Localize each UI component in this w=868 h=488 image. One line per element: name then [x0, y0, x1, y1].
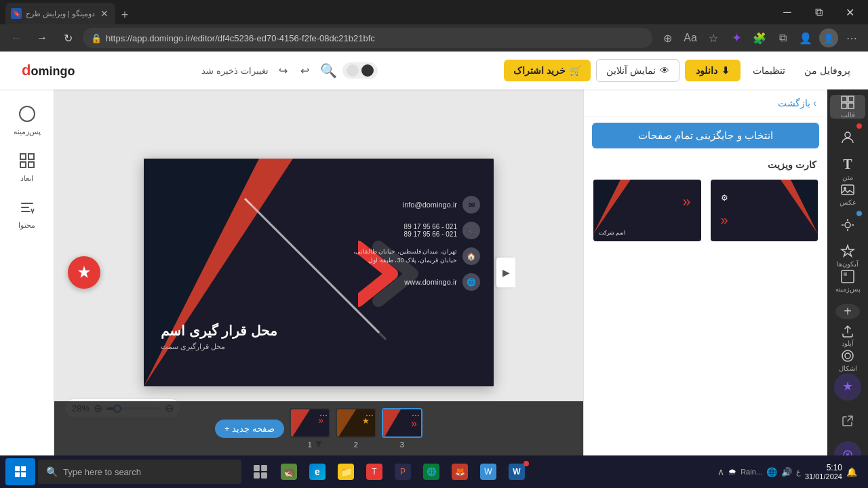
template-grid: » اسم شرکت ⚙ » — [584, 173, 827, 248]
new-tab-button[interactable]: + — [115, 5, 134, 24]
sidebar-ai-icon-1[interactable] — [834, 373, 861, 401]
tray-clock[interactable]: 5:10 31/01/2024 — [805, 463, 842, 481]
taskbar-hedgehog-app[interactable]: 🦔 — [275, 458, 302, 485]
theme-toggle[interactable] — [342, 62, 378, 79]
start-button[interactable] — [5, 458, 35, 485]
page-3-more-icon[interactable]: ⋯ — [412, 411, 420, 420]
sidebar-template-icon[interactable]: قالب — [830, 95, 865, 119]
add-page-button[interactable]: + صفحه جدید — [215, 420, 284, 438]
phone-texts: 021 - 66 95 17 89 021 - 66 95 17 89 — [404, 223, 457, 238]
url-box[interactable]: 🔒 https://app.domingo.ir/editor/df4c5236… — [83, 28, 652, 48]
taskbar-app-5[interactable]: T — [361, 458, 388, 485]
svg-rect-14 — [842, 270, 854, 283]
photo-label: عکس — [840, 199, 856, 206]
sidebar-external-icon[interactable] — [830, 403, 865, 439]
upload-label: آپلود — [842, 340, 854, 347]
taskbar-app-7[interactable]: 🌐 — [418, 458, 445, 485]
browser-extension-icon[interactable]: 🧩 — [749, 27, 770, 49]
taskbar-word-badge[interactable]: W — [503, 458, 530, 485]
browser-add-icon[interactable]: ⊕ — [656, 27, 678, 49]
svg-rect-21 — [21, 466, 26, 471]
profile-button[interactable]: پروفایل من — [797, 62, 857, 79]
sidebar-add-button[interactable]: + — [835, 304, 860, 319]
sidebar-ai-icon-2[interactable] — [834, 441, 861, 455]
domingo-logo[interactable]: domingo — [22, 62, 75, 79]
svg-point-17 — [845, 353, 850, 359]
ai-fab-button[interactable] — [68, 256, 100, 289]
tray-notification-icon[interactable]: 🔔 — [846, 467, 857, 477]
browser-copilot-icon[interactable]: ✦ — [726, 27, 747, 49]
tool-dimensions[interactable]: ابعاد — [5, 144, 49, 188]
taskbar-search-box[interactable]: 🔍 Type here to search — [38, 460, 241, 484]
tray-rain-label: Rain... — [741, 468, 762, 476]
sidebar-shapes-icon[interactable]: اشکال — [830, 348, 865, 372]
template-card-1-inner: » اسم شرکت — [593, 180, 701, 241]
svg-rect-22 — [15, 472, 20, 477]
sidebar-bg-icon[interactable]: پس‌زمینه — [830, 269, 865, 293]
svg-rect-15 — [844, 272, 847, 276]
taskbar-app-8[interactable]: 🦊 — [446, 458, 473, 485]
page-3-thumb[interactable]: » ⋯ — [382, 408, 422, 438]
settings-button[interactable]: تنظیمات — [746, 62, 792, 79]
page-2-thumb[interactable]: ★ ⋯ — [336, 408, 376, 438]
search-icon-top[interactable]: 🔍 — [320, 62, 337, 79]
browser-people-icon[interactable]: 👤 — [795, 27, 816, 49]
tc2-dark — [791, 180, 818, 234]
back-nav-button[interactable]: ← — [5, 27, 27, 49]
redo-button[interactable]: ↪ — [274, 61, 293, 80]
taskbar-explorer-app[interactable]: 📁 — [332, 458, 359, 485]
taskbar-edge-app[interactable]: e — [304, 458, 331, 485]
tray-up-arrow[interactable]: ∧ — [717, 466, 724, 477]
app6-icon: P — [395, 464, 411, 480]
undo-button[interactable]: ↩ — [296, 61, 315, 80]
app8-icon: 🦊 — [452, 464, 468, 480]
browser-read-icon[interactable]: Aa — [679, 27, 701, 49]
design-canvas: ✉ info@domingo.ir 📞 021 - 66 95 17 89 02… — [144, 159, 494, 386]
maximize-button[interactable]: ⧉ — [803, 0, 834, 24]
taskbar-app-icons: 🦔 e 📁 T P 🌐 🦊 W W — [247, 458, 530, 485]
page-2-more-icon[interactable]: ⋯ — [366, 411, 374, 420]
browser-profile-icon[interactable]: 👤 — [818, 27, 840, 49]
tray-network-icon[interactable]: 🌐 — [766, 467, 777, 477]
tool-content[interactable]: محتوا — [5, 191, 49, 235]
tray-volume-icon[interactable]: 🔊 — [781, 467, 792, 477]
browser-collections-icon[interactable]: ⧉ — [772, 27, 793, 49]
download-icon: ⬇ — [722, 65, 730, 76]
sidebar-icons-icon[interactable]: آیکون‌ها — [830, 244, 865, 268]
cart-icon: 🛒 — [570, 65, 581, 76]
close-button[interactable]: ✕ — [834, 0, 865, 24]
taskbar-app-9[interactable]: W — [475, 458, 502, 485]
template-card-2-inner: ⚙ » — [711, 180, 818, 241]
taskbar-task-view[interactable] — [247, 458, 274, 485]
svg-rect-6 — [848, 96, 854, 102]
preview-online-button[interactable]: 👁 نمایش آنلاین — [596, 59, 679, 82]
sub-name-text: محل قرارگیری سمت — [161, 342, 225, 351]
taskbar-app-6[interactable]: P — [389, 458, 416, 485]
tab-close-1[interactable]: ✕ — [99, 7, 110, 20]
sidebar-photo-icon[interactable]: عکس — [830, 182, 865, 206]
minimize-button[interactable]: ─ — [772, 0, 803, 24]
browser-more-icon[interactable]: ⋯ — [841, 27, 863, 49]
back-button[interactable]: › بازگشت — [778, 98, 816, 108]
download-button[interactable]: ⬇ دانلود — [685, 60, 741, 81]
refresh-button[interactable]: ↻ — [57, 27, 79, 49]
browser-favorite-icon[interactable]: ☆ — [703, 27, 724, 49]
svg-rect-3 — [20, 162, 26, 167]
template-card-2[interactable]: ⚙ » — [709, 178, 820, 243]
panel-toggle-button[interactable]: ▶ — [496, 258, 515, 287]
phone-icon: 📞 — [462, 222, 480, 239]
window-controls: ─ ⧉ ✕ — [772, 0, 865, 24]
page-3-number: 3 — [400, 441, 404, 449]
tab-1[interactable]: 🔖 دومینگو | ویرایش طرح ✕ — [5, 3, 115, 24]
subscribe-button[interactable]: 🛒 خرید اشتراک — [504, 60, 591, 81]
svg-rect-20 — [15, 466, 20, 471]
page-1-more-icon[interactable]: ⋯ — [319, 411, 328, 420]
forward-nav-button[interactable]: → — [31, 27, 53, 49]
sidebar-upload-icon[interactable]: آپلود — [830, 323, 865, 347]
template-card-1[interactable]: » اسم شرکت — [592, 178, 703, 243]
page-1-thumb[interactable]: » ⋯ — [290, 408, 330, 438]
select-all-pages-button[interactable]: انتخاب و جایگزینی تمام صفحات — [592, 123, 819, 148]
dimensions-tool-icon — [16, 150, 38, 171]
sidebar-text-icon[interactable]: T متن — [830, 157, 865, 181]
tool-background[interactable]: پس‌زمینه — [5, 98, 49, 142]
